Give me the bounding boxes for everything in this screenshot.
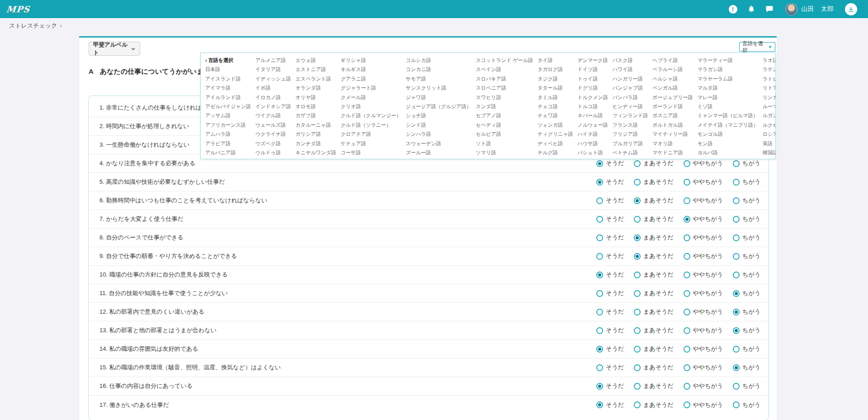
radio-icon[interactable] — [634, 253, 641, 260]
radio-icon[interactable] — [733, 160, 740, 167]
radio-option[interactable]: まあそうだ — [634, 289, 674, 297]
language-option[interactable]: アムハラ語 — [205, 129, 251, 138]
language-option[interactable]: マラーティー語 — [698, 56, 758, 65]
language-option[interactable]: カタルーニャ語 — [296, 120, 336, 129]
language-option[interactable]: カンナダ語 — [296, 139, 336, 148]
radio-icon[interactable] — [596, 290, 603, 297]
radio-option[interactable]: まあそうだ — [634, 345, 674, 353]
language-option[interactable]: トルコ語 — [577, 102, 608, 111]
radio-option[interactable]: ちがう — [733, 196, 760, 205]
language-option[interactable]: セルビア語 — [476, 129, 533, 138]
radio-option[interactable]: ややちがう — [684, 178, 723, 186]
language-option[interactable]: リトアニア語 — [763, 83, 776, 92]
language-option[interactable]: ハワイ語 — [613, 65, 648, 74]
radio-icon[interactable] — [684, 346, 690, 353]
language-option[interactable]: フリジア語 — [613, 129, 648, 138]
language-option[interactable]: コンカニ語 — [406, 65, 471, 74]
language-option[interactable]: マルタ語 — [698, 83, 758, 92]
radio-option[interactable]: ややちがう — [684, 271, 723, 279]
radio-option[interactable]: ややちがう — [684, 252, 723, 260]
language-option[interactable]: タガログ語 — [538, 65, 573, 74]
radio-option[interactable]: ちがう — [733, 234, 760, 242]
language-option[interactable]: マイティリー語 — [652, 129, 693, 138]
language-option[interactable]: スウェーデン語 — [406, 139, 471, 148]
radio-option[interactable]: まあそうだ — [634, 382, 674, 390]
radio-icon[interactable] — [596, 253, 603, 260]
radio-icon[interactable] — [733, 197, 740, 204]
language-option[interactable]: オリヤ語 — [296, 93, 336, 102]
radio-option[interactable]: そうだ — [596, 326, 624, 334]
chat-icon[interactable] — [765, 5, 774, 13]
radio-icon[interactable] — [733, 346, 740, 353]
radio-icon[interactable] — [733, 216, 740, 223]
radio-icon[interactable] — [733, 327, 740, 334]
radio-option[interactable]: ちがう — [733, 401, 760, 409]
language-option[interactable]: グジャラート語 — [340, 83, 401, 92]
download-icon[interactable] — [845, 3, 857, 15]
language-option[interactable]: クメール語 — [340, 93, 401, 102]
language-option[interactable]: ポルトガル語 — [652, 120, 693, 129]
radio-option[interactable]: ちがう — [733, 345, 760, 353]
language-option[interactable]: マレー語 — [698, 93, 758, 102]
language-option[interactable]: ティグリニャ語 — [538, 129, 573, 138]
language-option[interactable]: 日本語 — [205, 65, 251, 74]
radio-option[interactable]: まあそうだ — [634, 401, 674, 409]
language-option[interactable]: ツォンガ語 — [538, 120, 573, 129]
radio-icon[interactable] — [634, 160, 641, 167]
bell-icon[interactable] — [747, 5, 755, 13]
radio-option[interactable]: そうだ — [596, 382, 624, 390]
language-option[interactable]: ズールー語 — [406, 148, 471, 157]
radio-option[interactable]: そうだ — [596, 178, 624, 186]
radio-option[interactable]: まあそうだ — [634, 234, 674, 242]
radio-option[interactable]: そうだ — [596, 234, 624, 242]
radio-icon[interactable] — [684, 253, 690, 260]
language-option[interactable]: ハイチ語 — [577, 129, 608, 138]
language-option[interactable]: アッサム語 — [205, 111, 251, 120]
radio-option[interactable]: まあそうだ — [634, 196, 674, 205]
language-option[interactable]: 英語 — [763, 139, 776, 148]
language-option[interactable]: ジョージア語（グルジア語） — [406, 102, 471, 111]
radio-icon[interactable] — [596, 234, 603, 241]
radio-icon[interactable] — [733, 272, 740, 278]
radio-icon[interactable] — [684, 216, 690, 223]
radio-icon[interactable] — [596, 272, 603, 278]
radio-icon[interactable] — [684, 179, 690, 186]
radio-option[interactable]: まあそうだ — [634, 178, 674, 186]
language-option[interactable]: テルグ語 — [538, 148, 573, 157]
language-option[interactable]: ギリシャ語 — [340, 56, 401, 65]
language-option[interactable]: ボスニア語 — [652, 111, 693, 120]
radio-icon[interactable] — [733, 309, 740, 315]
radio-option[interactable]: ややちがう — [684, 401, 723, 409]
radio-option[interactable]: そうだ — [596, 215, 624, 223]
radio-icon[interactable] — [684, 309, 690, 315]
language-option[interactable]: バンバラ語 — [613, 93, 648, 102]
radio-icon[interactable] — [733, 253, 740, 260]
language-option[interactable]: スロバキア語 — [476, 74, 533, 83]
language-option[interactable]: ベラルーシ語 — [652, 65, 693, 74]
info-icon[interactable]: ! — [729, 5, 737, 14]
radio-icon[interactable] — [684, 197, 690, 204]
language-option[interactable]: セペディ語 — [476, 120, 533, 129]
language-option[interactable]: モンゴル語 — [698, 129, 758, 138]
language-option[interactable]: アイマラ語 — [205, 83, 251, 92]
radio-option[interactable]: そうだ — [596, 196, 624, 205]
language-option[interactable]: クルド語（ソラニー） — [340, 120, 401, 129]
radio-option[interactable]: まあそうだ — [634, 271, 674, 279]
language-option[interactable]: オランダ語 — [296, 83, 336, 92]
language-option[interactable]: ラトビア語 — [763, 74, 776, 83]
language-option[interactable]: スコットランド ゲール語 — [476, 56, 533, 65]
language-option[interactable]: ルガンダ語 — [763, 111, 776, 120]
radio-option[interactable]: ややちがう — [684, 363, 723, 372]
language-option[interactable]: キニヤルワンダ語 — [296, 148, 336, 157]
radio-icon[interactable] — [684, 327, 690, 334]
radio-icon[interactable] — [596, 160, 603, 167]
radio-icon[interactable] — [634, 346, 641, 353]
language-option[interactable]: パンジャブ語 — [613, 83, 648, 92]
radio-option[interactable]: まあそうだ — [634, 159, 674, 167]
radio-icon[interactable] — [733, 179, 740, 186]
radio-option[interactable]: ちがう — [733, 363, 760, 372]
language-option[interactable]: クロアチア語 — [340, 129, 401, 138]
language-option[interactable]: ソマリ語 — [476, 148, 533, 157]
language-option[interactable]: エウェ語 — [296, 56, 336, 65]
radio-icon[interactable] — [634, 364, 641, 371]
